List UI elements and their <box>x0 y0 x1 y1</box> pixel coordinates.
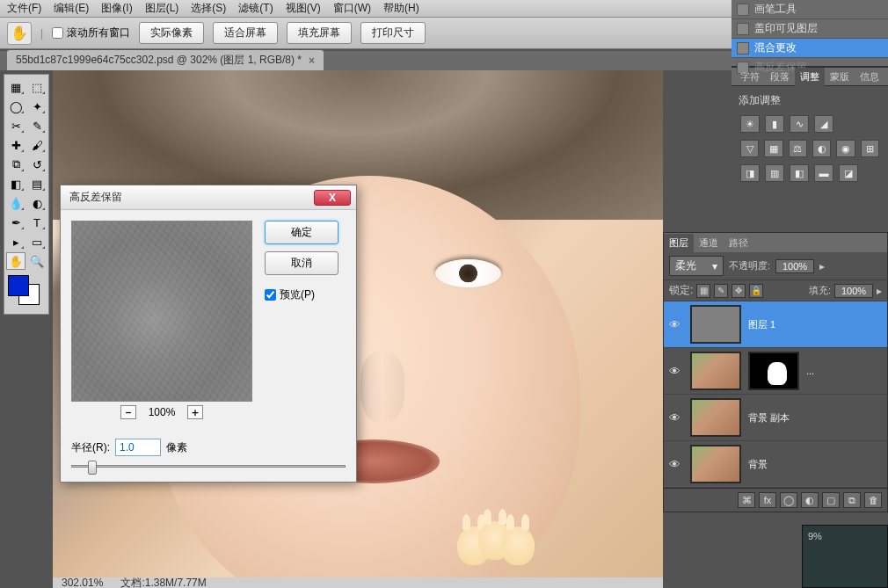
hue-icon[interactable]: ▦ <box>764 140 782 157</box>
tab-character[interactable]: 字符 <box>735 68 765 86</box>
menu-edit[interactable]: 编辑(E) <box>54 1 89 16</box>
fill-screen-button[interactable]: 填充屏幕 <box>287 22 352 44</box>
layer-thumbnail[interactable] <box>690 352 741 390</box>
healing-tool[interactable]: ✚ <box>6 136 25 154</box>
vibrance-icon[interactable]: ▽ <box>740 140 759 157</box>
radius-slider[interactable] <box>61 465 356 482</box>
dodge-tool[interactable]: ◐ <box>27 194 47 212</box>
wand-tool[interactable]: ✦ <box>27 98 47 115</box>
layer-name[interactable]: 图层 1 <box>748 318 882 331</box>
exposure-icon[interactable]: ◢ <box>814 115 833 133</box>
actual-pixels-button[interactable]: 实际像素 <box>139 22 204 44</box>
document-tab[interactable]: 55bd1c87c1999e64c75cc302.psd @ 302% (图层 … <box>7 50 324 70</box>
layer-name[interactable]: 背景 副本 <box>748 411 882 425</box>
tab-paths[interactable]: 路径 <box>724 234 753 252</box>
blur-tool[interactable]: 💧 <box>6 194 25 212</box>
move-tool[interactable]: ▦ <box>6 78 25 96</box>
cancel-button[interactable]: 取消 <box>265 251 338 275</box>
lock-position-icon[interactable]: ✥ <box>732 284 746 298</box>
hand-tool[interactable]: ✋ <box>6 252 25 270</box>
hand-tool-icon[interactable]: ✋ <box>7 22 32 45</box>
selective-color-icon[interactable]: ◪ <box>839 164 858 182</box>
invert-icon[interactable]: ◨ <box>740 164 760 182</box>
menu-filter[interactable]: 滤镜(T) <box>238 1 273 16</box>
zoom-out-button[interactable]: － <box>120 405 136 419</box>
new-layer-icon[interactable]: ⧉ <box>843 492 861 508</box>
adjustment-layer-icon[interactable]: ◐ <box>801 492 819 508</box>
zoom-tool[interactable]: 🔍 <box>27 252 47 270</box>
layer-thumbnail[interactable] <box>690 305 741 344</box>
visibility-icon[interactable]: 👁 <box>669 365 683 377</box>
gradient-tool[interactable]: ▤ <box>27 175 47 192</box>
filter-preview[interactable] <box>71 221 252 402</box>
layer-row[interactable]: 👁 背景 <box>664 441 887 488</box>
visibility-icon[interactable]: 👁 <box>669 458 683 470</box>
lock-transparent-icon[interactable]: ▦ <box>696 284 710 298</box>
stamp-tool[interactable]: ⧉ <box>6 156 25 173</box>
channel-mixer-icon[interactable]: ⊞ <box>861 140 879 157</box>
brightness-icon[interactable]: ☀ <box>740 115 760 133</box>
shape-tool[interactable]: ▭ <box>27 233 47 250</box>
brush-tool[interactable]: 🖌 <box>27 136 47 154</box>
menu-window[interactable]: 窗口(W) <box>333 1 371 16</box>
eyedropper-tool[interactable]: ✎ <box>27 117 47 134</box>
tab-info[interactable]: 信息 <box>855 68 884 86</box>
bw-icon[interactable]: ◐ <box>812 140 831 157</box>
opacity-input[interactable]: 100% <box>775 259 814 273</box>
layer-row[interactable]: 👁 背景 副本 <box>664 395 887 441</box>
preview-checkbox[interactable]: 预览(P) <box>265 287 338 302</box>
layer-style-icon[interactable]: fx <box>759 492 776 508</box>
layer-row[interactable]: 👁 ... <box>664 348 887 395</box>
pen-tool[interactable]: ✒ <box>6 214 25 231</box>
threshold-icon[interactable]: ◧ <box>790 164 809 182</box>
history-item[interactable]: 画笔工具 <box>732 0 888 19</box>
menu-help[interactable]: 帮助(H) <box>383 1 419 16</box>
eraser-tool[interactable]: ◧ <box>6 175 25 192</box>
levels-icon[interactable]: ▮ <box>765 115 784 133</box>
tab-layers[interactable]: 图层 <box>664 234 694 252</box>
lock-all-icon[interactable]: 🔒 <box>749 284 763 298</box>
tab-paragraph[interactable]: 段落 <box>765 68 795 86</box>
slider-thumb[interactable] <box>88 461 97 475</box>
path-tool[interactable]: ▸ <box>6 233 25 250</box>
layer-row[interactable]: 👁 图层 1 <box>664 301 887 348</box>
visibility-icon[interactable]: 👁 <box>669 318 683 330</box>
layer-name[interactable]: 背景 <box>748 458 882 471</box>
type-tool[interactable]: T <box>27 214 47 231</box>
lasso-tool[interactable]: ◯ <box>6 98 25 115</box>
menu-select[interactable]: 选择(S) <box>191 1 226 16</box>
tab-adjustments[interactable]: 调整 <box>795 68 825 86</box>
fill-input[interactable]: 100% <box>834 284 873 298</box>
marquee-tool[interactable]: ⬚ <box>27 78 47 96</box>
layer-mask-thumbnail[interactable] <box>748 352 799 390</box>
radius-input[interactable] <box>115 439 161 456</box>
menu-layer[interactable]: 图层(L) <box>145 1 179 16</box>
tab-channels[interactable]: 通道 <box>694 234 724 252</box>
group-icon[interactable]: ▢ <box>822 492 840 508</box>
balance-icon[interactable]: ⚖ <box>789 140 807 157</box>
ok-button[interactable]: 确定 <box>265 221 338 244</box>
tab-masks[interactable]: 蒙版 <box>825 68 855 86</box>
delete-layer-icon[interactable]: 🗑 <box>864 492 882 508</box>
navigator-panel[interactable]: 9% <box>802 525 888 588</box>
foreground-color[interactable] <box>8 275 29 296</box>
history-item-selected[interactable]: 混合更改 <box>732 39 888 58</box>
zoom-in-button[interactable]: ＋ <box>187 405 203 419</box>
dialog-titlebar[interactable]: 高反差保留 X <box>61 185 356 210</box>
menu-file[interactable]: 文件(F) <box>7 1 41 16</box>
close-tab-icon[interactable]: × <box>309 54 315 67</box>
gradient-map-icon[interactable]: ▬ <box>814 164 833 182</box>
close-icon[interactable]: X <box>314 190 351 206</box>
crop-tool[interactable]: ✂ <box>6 117 25 134</box>
layer-mask-icon[interactable]: ◯ <box>780 492 797 508</box>
history-brush-tool[interactable]: ↺ <box>27 156 47 173</box>
lock-pixels-icon[interactable]: ✎ <box>714 284 728 298</box>
menu-view[interactable]: 视图(V) <box>286 1 321 16</box>
layer-thumbnail[interactable] <box>690 445 741 483</box>
blend-mode-select[interactable]: 柔光▾ <box>669 256 724 276</box>
link-layers-icon[interactable]: ⌘ <box>738 492 755 508</box>
print-size-button[interactable]: 打印尺寸 <box>360 22 426 44</box>
fit-screen-button[interactable]: 适合屏幕 <box>213 22 278 44</box>
posterize-icon[interactable]: ▥ <box>765 164 784 182</box>
color-swatches[interactable] <box>6 275 45 310</box>
